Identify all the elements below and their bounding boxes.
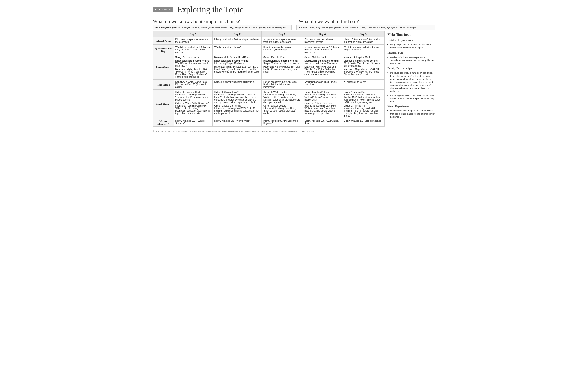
cell-r2-d2: Movement: Let's Do a Hand DanceDiscussio… (213, 55, 262, 80)
sidebar-family-title: Family Partnerships (388, 67, 435, 70)
table-section: Day 1 Day 2 Day 3 Day 4 Day 5 Interest A… (153, 31, 385, 126)
cell-r5-d3: Mighty Minutes 88, "Disappearing Rhymes" (262, 118, 303, 126)
cell-r3-d4: My Neighbors and Their Simple Machines (303, 80, 342, 90)
section-right-title: What do we want to find out? (296, 17, 435, 25)
page: AT A GLANCE Exploring the Topic What do … (147, 0, 441, 135)
cell-r4-d5: Option 1: Marble MatIntentional Teaching… (342, 90, 384, 118)
row-label-1: Question of the Day (153, 45, 174, 55)
list-item: Introduce the study to families by sendi… (390, 71, 435, 93)
cell-r2-d1: Song: I've Got a FriendDiscussion and Sh… (174, 55, 213, 80)
vocab-right-lang: Spanish: (298, 26, 308, 29)
cell-r2-d3: Game: Clap the BeatDiscussion and Shared… (262, 55, 303, 80)
cell-r5-d1: Mighty Minutes 151, "Syllable Surprise" (174, 118, 213, 126)
cell-r1-d4: Is this a simple machine? (Show a machin… (303, 45, 342, 55)
section-left-title: What do we know about simple machines? (153, 17, 292, 25)
table-row: Small GroupOption 1: Treasure HuntIntent… (153, 90, 384, 118)
cell-r0-d2: Library: books that feature simple machi… (213, 37, 262, 45)
main-table: Day 1 Day 2 Day 3 Day 4 Day 5 Interest A… (153, 31, 385, 126)
header: AT A GLANCE Exploring the Topic (153, 5, 435, 14)
row-label-5: Mighty Minutes™ (153, 118, 174, 126)
col-header-day1: Day 1 (174, 31, 213, 37)
section-titles: What do we know about simple machines? V… (153, 17, 435, 30)
cell-r3-d5: A Farmer's Life for Me (342, 80, 384, 90)
cell-r1-d1: What does this feel like? (Share a feely… (174, 45, 213, 55)
vocab-right-text: fuerza, máquinas simples, plano inclinad… (308, 26, 416, 29)
list-item: Review Intentional Teaching Card P37, "W… (390, 56, 435, 65)
col-header-day2: Day 2 (213, 31, 262, 37)
vocab-left-text: force, simple machine, inclined plane, l… (178, 26, 286, 29)
cell-r0-d5: Library: fiction and nonfiction books th… (342, 37, 384, 45)
row-label-2: Large Group (153, 55, 174, 80)
col-header-day5: Day 5 (342, 31, 384, 37)
row-label-0: Interest Areas (153, 37, 174, 45)
col-header-day3: Day 3 (262, 31, 303, 37)
make-time-header: Make Time for… (388, 33, 435, 37)
list-item: Encourage families to help their childre… (390, 94, 435, 103)
sidebar-wow-title: Wow! Experiences (388, 105, 435, 108)
row-label-4: Small Group (153, 90, 174, 118)
cell-r1-d3: How do you use this simple machine? (Sho… (262, 45, 303, 55)
col-header-day4: Day 4 (303, 31, 342, 37)
list-item: Bring simple machines from the collectio… (390, 43, 435, 49)
cell-r4-d1: Option 1: Treasure HuntIntentional Teach… (174, 90, 213, 118)
table-row: Read-AloudDon't Say a Word, Mama Book Di… (153, 80, 384, 90)
page-title: Exploring the Topic (177, 5, 243, 14)
cell-r3-d2: Reread the book from large group time. (213, 80, 262, 90)
col-header-empty (153, 31, 174, 37)
sidebar-physical-list: Review Intentional Teaching Card P37, "W… (390, 56, 435, 65)
cell-r4-d4: Option 1: Action PatternsIntentional Tea… (303, 90, 342, 118)
cell-r0-d4: Discovery: handheld simple machines; cam… (303, 37, 342, 45)
cell-r5-d2: Mighty Minutes 149, "Willy's Week" (213, 118, 262, 126)
row-label-3: Read-Aloud (153, 80, 174, 90)
cell-r3-d3: Fiction book from the "Children's Books"… (262, 80, 303, 90)
badge: AT A GLANCE (153, 7, 173, 11)
sidebar-outdoor-list: Bring simple machines from the collectio… (390, 43, 435, 49)
vocab-left-lang: Vocabulary—English: (155, 26, 177, 29)
cell-r4-d3: Option 1: Walk a LetterIntentional Teach… (262, 90, 303, 118)
cell-r3-d1: Don't Say a Word, Mama Book Discussion C… (174, 80, 213, 90)
cell-r0-d3: Art: pictures of simple machines from ar… (262, 37, 303, 45)
list-item: Research local skate parks or other faci… (390, 109, 435, 118)
cell-r2-d4: Game: Syllable StrollDiscussion and Shar… (303, 55, 342, 80)
sidebar-physical-title: Physical Fun (388, 51, 435, 55)
table-row: Interest AreasDiscovery: simple machines… (153, 37, 384, 45)
cell-r1-d2: What is something heavy? (213, 45, 262, 55)
sidebar-outdoor-title: Outdoor Experiences (388, 39, 435, 42)
sidebar-wow-list: Research local skate parks or other faci… (390, 109, 435, 118)
cell-r1-d5: What do you want to find out about simpl… (342, 45, 384, 55)
cell-r4-d2: Option 1: Sink or Float?Intentional Teac… (213, 90, 262, 118)
footer: © 2016 Teaching Strategies, LLC. Teachin… (153, 129, 435, 132)
sidebar-family-list: Introduce the study to families by sendi… (390, 71, 435, 103)
cell-r0-d1: Discovery: simple machines from the coll… (174, 37, 213, 45)
cell-r2-d5: Movement: Hop the CircleDiscussion and S… (342, 55, 384, 80)
cell-r5-d4: Mighty Minutes 188, "Swim, Bike, Run" (303, 118, 342, 126)
sidebar: Make Time for… Outdoor Experiences Bring… (385, 31, 435, 120)
table-row: Mighty Minutes™Mighty Minutes 151, "Syll… (153, 118, 384, 126)
cell-r5-d5: Mighty Minutes 17, "Leaping Sounds" (342, 118, 384, 126)
table-row: Large GroupSong: I've Got a FriendDiscus… (153, 55, 384, 80)
main-layout: Day 1 Day 2 Day 3 Day 4 Day 5 Interest A… (153, 31, 435, 126)
table-row: Question of the DayWhat does this feel l… (153, 45, 384, 55)
